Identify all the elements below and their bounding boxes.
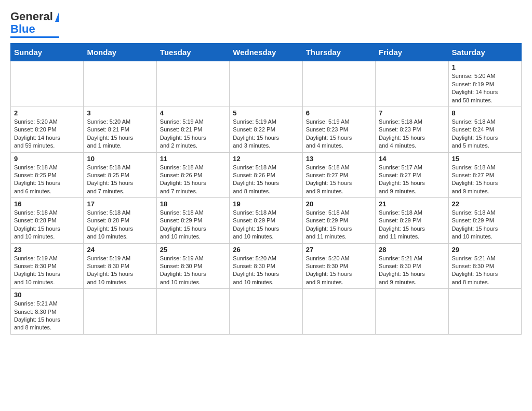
day-info: Sunrise: 5:18 AM Sunset: 8:23 PM Dayligh… — [379, 118, 445, 150]
day-number: 6 — [306, 109, 372, 117]
day-number: 23 — [14, 246, 80, 254]
day-number: 17 — [87, 200, 153, 208]
day-number: 15 — [452, 155, 518, 163]
calendar-week-row: 30Sunrise: 5:21 AM Sunset: 8:30 PM Dayli… — [11, 289, 522, 335]
day-number: 21 — [379, 200, 445, 208]
day-info: Sunrise: 5:18 AM Sunset: 8:29 PM Dayligh… — [452, 209, 518, 241]
day-info: Sunrise: 5:18 AM Sunset: 8:25 PM Dayligh… — [87, 164, 153, 196]
day-number: 24 — [87, 246, 153, 254]
calendar-cell: 2Sunrise: 5:20 AM Sunset: 8:20 PM Daylig… — [11, 107, 84, 152]
day-number: 20 — [306, 200, 372, 208]
calendar-week-row: 9Sunrise: 5:18 AM Sunset: 8:25 PM Daylig… — [11, 152, 522, 198]
day-number: 16 — [14, 200, 80, 208]
day-number: 2 — [14, 109, 80, 117]
logo-blue-word: Blue — [10, 23, 59, 35]
calendar-cell — [84, 61, 156, 107]
calendar-cell: 26Sunrise: 5:20 AM Sunset: 8:30 PM Dayli… — [230, 243, 302, 289]
day-info: Sunrise: 5:20 AM Sunset: 8:30 PM Dayligh… — [233, 255, 299, 287]
day-number: 18 — [160, 200, 226, 208]
weekday-header-monday: Monday — [84, 44, 156, 61]
day-number: 25 — [160, 246, 226, 254]
day-number: 7 — [379, 109, 445, 117]
day-info: Sunrise: 5:19 AM Sunset: 8:30 PM Dayligh… — [160, 255, 226, 287]
day-number: 9 — [14, 155, 80, 163]
day-number: 4 — [160, 109, 226, 117]
page-header: General Blue — [10, 10, 522, 38]
calendar-week-row: 2Sunrise: 5:20 AM Sunset: 8:20 PM Daylig… — [11, 107, 522, 152]
day-info: Sunrise: 5:20 AM Sunset: 8:21 PM Dayligh… — [87, 118, 153, 150]
calendar-cell: 9Sunrise: 5:18 AM Sunset: 8:25 PM Daylig… — [11, 152, 84, 198]
calendar-week-row: 23Sunrise: 5:19 AM Sunset: 8:30 PM Dayli… — [11, 243, 522, 289]
day-info: Sunrise: 5:18 AM Sunset: 8:26 PM Dayligh… — [160, 164, 226, 196]
calendar-cell: 1Sunrise: 5:20 AM Sunset: 8:19 PM Daylig… — [448, 61, 521, 107]
weekday-header-saturday: Saturday — [448, 44, 521, 61]
day-number: 5 — [233, 109, 299, 117]
calendar-cell — [156, 289, 229, 335]
calendar-cell: 16Sunrise: 5:18 AM Sunset: 8:28 PM Dayli… — [11, 198, 84, 244]
calendar-cell: 29Sunrise: 5:21 AM Sunset: 8:30 PM Dayli… — [448, 243, 521, 289]
calendar-cell: 21Sunrise: 5:18 AM Sunset: 8:29 PM Dayli… — [376, 198, 448, 244]
calendar-cell: 18Sunrise: 5:18 AM Sunset: 8:29 PM Dayli… — [156, 198, 229, 244]
calendar-table: SundayMondayTuesdayWednesdayThursdayFrid… — [10, 43, 522, 334]
calendar-cell — [156, 61, 229, 107]
day-info: Sunrise: 5:21 AM Sunset: 8:30 PM Dayligh… — [452, 255, 518, 287]
day-info: Sunrise: 5:19 AM Sunset: 8:23 PM Dayligh… — [306, 118, 372, 150]
day-info: Sunrise: 5:20 AM Sunset: 8:19 PM Dayligh… — [452, 72, 518, 104]
calendar-cell: 11Sunrise: 5:18 AM Sunset: 8:26 PM Dayli… — [156, 152, 229, 198]
calendar-week-row: 1Sunrise: 5:20 AM Sunset: 8:19 PM Daylig… — [11, 61, 522, 107]
day-info: Sunrise: 5:18 AM Sunset: 8:29 PM Dayligh… — [160, 209, 226, 241]
day-number: 14 — [379, 155, 445, 163]
calendar-cell: 22Sunrise: 5:18 AM Sunset: 8:29 PM Dayli… — [448, 198, 521, 244]
calendar-cell: 25Sunrise: 5:19 AM Sunset: 8:30 PM Dayli… — [156, 243, 229, 289]
logo: General Blue — [10, 10, 59, 38]
day-info: Sunrise: 5:19 AM Sunset: 8:21 PM Dayligh… — [160, 118, 226, 150]
day-info: Sunrise: 5:20 AM Sunset: 8:20 PM Dayligh… — [14, 118, 80, 150]
day-info: Sunrise: 5:20 AM Sunset: 8:30 PM Dayligh… — [306, 255, 372, 287]
day-info: Sunrise: 5:21 AM Sunset: 8:30 PM Dayligh… — [379, 255, 445, 287]
day-number: 28 — [379, 246, 445, 254]
weekday-header-thursday: Thursday — [302, 44, 375, 61]
day-info: Sunrise: 5:18 AM Sunset: 8:28 PM Dayligh… — [87, 209, 153, 241]
calendar-cell: 8Sunrise: 5:18 AM Sunset: 8:24 PM Daylig… — [448, 107, 521, 152]
logo-underline — [10, 36, 59, 38]
day-number: 19 — [233, 200, 299, 208]
calendar-cell — [376, 289, 448, 335]
day-number: 26 — [233, 246, 299, 254]
calendar-header-row: SundayMondayTuesdayWednesdayThursdayFrid… — [11, 44, 522, 61]
calendar-cell: 20Sunrise: 5:18 AM Sunset: 8:29 PM Dayli… — [302, 198, 375, 244]
day-number: 27 — [306, 246, 372, 254]
calendar-cell: 15Sunrise: 5:18 AM Sunset: 8:27 PM Dayli… — [448, 152, 521, 198]
calendar-week-row: 16Sunrise: 5:18 AM Sunset: 8:28 PM Dayli… — [11, 198, 522, 244]
calendar-cell — [230, 289, 302, 335]
calendar-cell: 28Sunrise: 5:21 AM Sunset: 8:30 PM Dayli… — [376, 243, 448, 289]
day-info: Sunrise: 5:18 AM Sunset: 8:24 PM Dayligh… — [452, 118, 518, 150]
logo-general-word: General — [10, 10, 53, 23]
calendar-cell: 24Sunrise: 5:19 AM Sunset: 8:30 PM Dayli… — [84, 243, 156, 289]
weekday-header-sunday: Sunday — [11, 44, 84, 61]
day-info: Sunrise: 5:18 AM Sunset: 8:29 PM Dayligh… — [379, 209, 445, 241]
day-number: 1 — [452, 63, 518, 71]
calendar-cell: 19Sunrise: 5:18 AM Sunset: 8:29 PM Dayli… — [230, 198, 302, 244]
logo-triangle-icon — [55, 11, 59, 22]
calendar-cell — [230, 61, 302, 107]
day-info: Sunrise: 5:18 AM Sunset: 8:29 PM Dayligh… — [233, 209, 299, 241]
day-number: 30 — [14, 291, 80, 299]
calendar-cell — [302, 61, 375, 107]
calendar-cell — [448, 289, 521, 335]
calendar-cell: 5Sunrise: 5:19 AM Sunset: 8:22 PM Daylig… — [230, 107, 302, 152]
day-info: Sunrise: 5:17 AM Sunset: 8:27 PM Dayligh… — [379, 164, 445, 196]
day-number: 3 — [87, 109, 153, 117]
day-info: Sunrise: 5:19 AM Sunset: 8:30 PM Dayligh… — [87, 255, 153, 287]
day-number: 29 — [452, 246, 518, 254]
day-info: Sunrise: 5:19 AM Sunset: 8:22 PM Dayligh… — [233, 118, 299, 150]
day-info: Sunrise: 5:19 AM Sunset: 8:30 PM Dayligh… — [14, 255, 80, 287]
calendar-cell: 10Sunrise: 5:18 AM Sunset: 8:25 PM Dayli… — [84, 152, 156, 198]
calendar-cell: 7Sunrise: 5:18 AM Sunset: 8:23 PM Daylig… — [376, 107, 448, 152]
weekday-header-tuesday: Tuesday — [156, 44, 229, 61]
day-number: 10 — [87, 155, 153, 163]
calendar-cell: 23Sunrise: 5:19 AM Sunset: 8:30 PM Dayli… — [11, 243, 84, 289]
calendar-cell: 14Sunrise: 5:17 AM Sunset: 8:27 PM Dayli… — [376, 152, 448, 198]
day-number: 22 — [452, 200, 518, 208]
calendar-cell — [11, 61, 84, 107]
calendar-cell — [84, 289, 156, 335]
